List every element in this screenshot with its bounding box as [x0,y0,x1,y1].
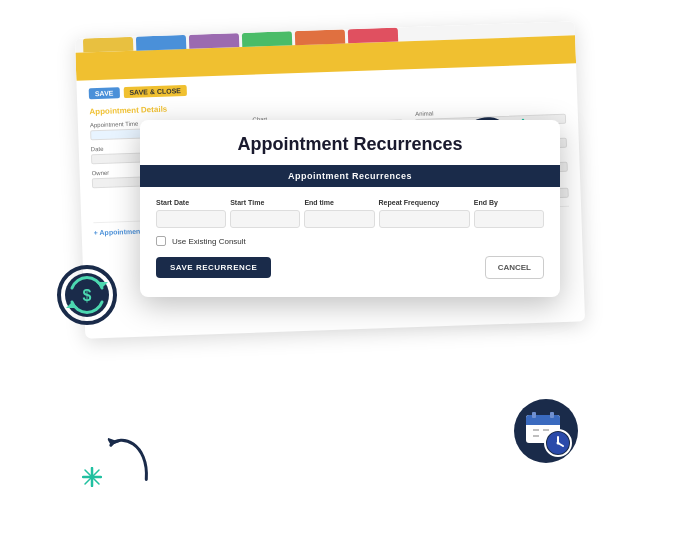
col-repeat-frequency: Repeat Frequency [379,199,470,206]
input-end-time[interactable] [304,210,374,228]
tab-green [242,31,292,47]
input-start-date[interactable] [156,210,226,228]
col-start-time: Start Time [230,199,300,206]
input-end-by[interactable] [474,210,544,228]
svg-rect-18 [526,421,560,425]
modal-footer: SAVE RECURRENCE CANCEL [156,256,544,283]
input-repeat-frequency[interactable] [379,210,470,228]
modal-body: Start Date Start Time End time Repeat Fr… [140,187,560,297]
input-start-time[interactable] [230,210,300,228]
cancel-button[interactable]: CANCEL [485,256,544,279]
svg-rect-22 [532,412,536,418]
svg-rect-23 [550,412,554,418]
sparkle-bottom-icon [82,467,102,490]
appointment-recurrences-modal: Appointment Recurrences Appointment Recu… [140,120,560,297]
money-refresh-icon: $ [52,260,122,330]
save-recurrence-button[interactable]: SAVE RECURRENCE [156,257,271,278]
calendar-clock-icon [512,397,580,465]
tab-yellow [83,37,133,53]
arrow-curve-bottom-icon [98,417,168,486]
tab-red [348,28,398,44]
save-button[interactable]: SAVE [89,87,120,99]
save-close-button[interactable]: SAVE & CLOSE [123,85,187,98]
tab-purple [189,33,239,49]
modal-title: Appointment Recurrences [140,120,560,165]
table-header-row: Start Date Start Time End time Repeat Fr… [156,199,544,206]
col-start-date: Start Date [156,199,226,206]
col-end-by: End By [474,199,544,206]
col-end-time: End time [304,199,374,206]
tab-orange [295,29,345,45]
svg-point-28 [557,442,560,445]
tab-blue [136,35,186,51]
modal-inner-header: Appointment Recurrences [140,165,560,187]
use-existing-checkbox[interactable] [156,236,166,246]
use-existing-row: Use Existing Consult [156,236,544,246]
scene: SAVE SAVE & CLOSE Appointment Details Ap… [0,0,700,560]
table-input-row [156,210,544,228]
svg-text:$: $ [83,287,92,304]
use-existing-label: Use Existing Consult [172,237,246,246]
